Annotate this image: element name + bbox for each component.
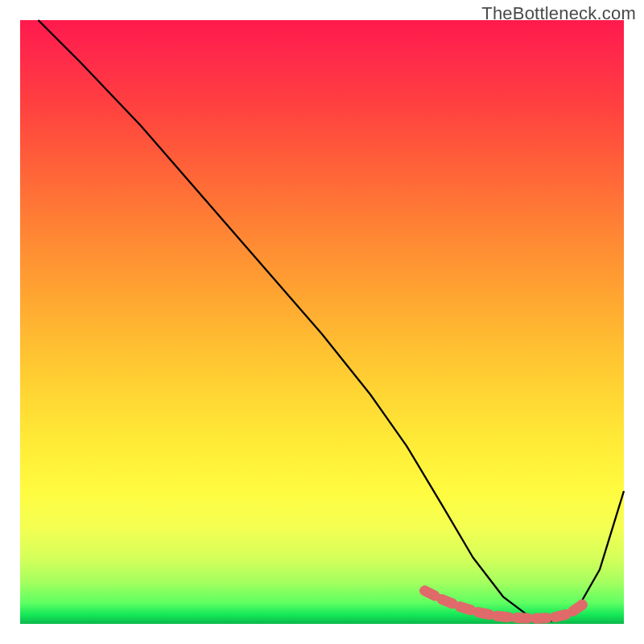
gradient-background	[20, 20, 624, 624]
chart-canvas: TheBottleneck.com	[0, 0, 644, 644]
watermark-text: TheBottleneck.com	[481, 3, 636, 24]
